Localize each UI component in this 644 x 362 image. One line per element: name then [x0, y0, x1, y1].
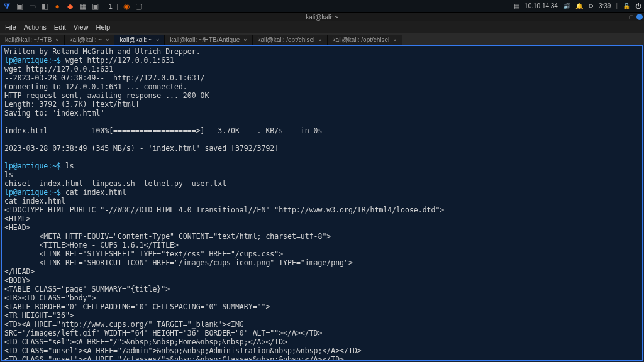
output-line: <TD CLASS="sel"><A HREF="/">&nbsp;&nbsp;… [4, 337, 287, 346]
window-titlebar: kali@kali: ~ – ▢ [0, 13, 644, 21]
output-line: <BODY> [4, 276, 31, 285]
close-button[interactable] [636, 14, 643, 20]
output-line: <LINK REL="SHORTCUT ICON" HREF="/images/… [4, 258, 353, 267]
close-icon[interactable]: × [393, 37, 396, 43]
close-icon[interactable]: × [318, 37, 321, 43]
output-line: <TR><TD CLASS="body"> [4, 293, 96, 302]
app-icon[interactable]: ▦ [78, 2, 87, 11]
output-line: Written by Roland McGrath and Ulrich Dre… [4, 47, 201, 56]
menu-file[interactable]: File [5, 23, 16, 31]
output-line: Length: 3792 (3.7K) [text/html] [4, 100, 140, 109]
divider: | [116, 3, 118, 10]
output-line: <TABLE BORDER="0" CELLPADDING="0" CELLSP… [4, 302, 270, 311]
close-icon[interactable]: × [106, 37, 109, 43]
tab-label: kali@kali: /opt/chisel [258, 36, 315, 43]
tab-label: kali@kali: ~ [119, 36, 152, 43]
shell-prompt: lp@antique:~$ [4, 188, 61, 197]
system-taskbar: ⧩ ▣ ▭ ◧ ● ◆ ▦ ▣ | 1 | ◉ ▢ ▤ 10.10.14.34 … [0, 0, 644, 13]
output-line: chisel index.html linpeas.sh telnet.py u… [4, 179, 226, 188]
burp-icon[interactable]: ◆ [65, 2, 74, 11]
terminal-tab[interactable]: kali@kali: ~/HTB× [0, 35, 65, 45]
divider: | [616, 3, 618, 9]
output-line: <!DOCTYPE HTML PUBLIC "-//W3C//DTD HTML … [4, 206, 444, 214]
output-line: <META HTTP-EQUIV="Content-Type" CONTENT=… [4, 232, 331, 241]
output-line: <HEAD> [4, 223, 31, 232]
menu-actions[interactable]: Actions [24, 23, 47, 31]
workspace-number[interactable]: 1 [109, 3, 113, 10]
divider: | [103, 3, 105, 10]
output-line: cat index.html [4, 197, 65, 206]
lock-icon[interactable]: 🔒 [623, 3, 630, 9]
shell-prompt: lp@antique:~$ [4, 56, 61, 65]
tab-label: kali@kali: ~ [70, 36, 103, 43]
command-text: wget http://127.0.0.1:631 [61, 56, 174, 65]
terminal-icon[interactable]: ▣ [15, 2, 24, 11]
ip-address: 10.10.14.34 [525, 3, 558, 9]
shell-prompt: lp@antique:~$ [4, 162, 61, 170]
terminal-tab[interactable]: kali@kali: ~/HTB/Antique× [165, 35, 252, 45]
terminal-tab[interactable]: kali@kali: /opt/chisel× [328, 35, 402, 45]
firefox-running-icon[interactable]: ◉ [122, 2, 131, 11]
output-line: 2023-03-28 07:38:49 (345 MB/s) - 'index.… [4, 144, 279, 153]
close-icon[interactable]: × [243, 37, 247, 43]
output-line: wget http://127.0.0.1:631 [4, 65, 113, 74]
output-line: <TD CLASS="unsel"><A HREF="/admin">&nbsp… [4, 346, 362, 355]
tab-label: kali@kali: ~/HTB [5, 36, 52, 43]
output-line: <LINK REL="STYLESHEET" TYPE="text/css" H… [4, 250, 283, 258]
maximize-button[interactable]: ▢ [628, 14, 635, 20]
output-line: <TR HEIGHT="36"> [4, 311, 74, 320]
tab-bar: kali@kali: ~/HTB× kali@kali: ~× kali@kal… [0, 33, 644, 45]
terminal-tab[interactable]: kali@kali: ~× [114, 35, 165, 45]
output-line: ls [4, 170, 13, 179]
terminal-tab[interactable]: kali@kali: /opt/chisel× [253, 35, 328, 45]
terminal-output[interactable]: Written by Roland McGrath and Ulrich Dre… [1, 45, 643, 361]
output-line: <TD CLASS="unsel"><A HREF="/classes/">&n… [4, 355, 344, 361]
output-line: HTTP request sent, awaiting response ...… [4, 91, 209, 100]
menu-bar: File Actions Edit View Help [0, 21, 644, 33]
close-icon[interactable]: × [156, 37, 159, 43]
tab-label: kali@kali: /opt/chisel [333, 36, 390, 43]
output-line: index.html 100%[===================>] 3.… [4, 126, 322, 135]
app-icon-2[interactable]: ▣ [91, 2, 99, 11]
power-icon[interactable]: ⏻ [635, 3, 641, 9]
window-controls: – ▢ [619, 14, 643, 20]
editor-icon[interactable]: ◧ [40, 2, 49, 11]
output-line: Connecting to 127.0.0.1:631 ... connecte… [4, 82, 187, 91]
menu-help[interactable]: Help [96, 23, 110, 31]
terminal-running-icon[interactable]: ▢ [135, 2, 143, 11]
output-line: <TABLE CLASS="page" SUMMARY="{title}"> [4, 285, 170, 293]
output-line: Saving to: 'index.html' [4, 109, 104, 118]
menu-view[interactable]: View [74, 23, 89, 31]
firefox-icon[interactable]: ● [53, 2, 62, 11]
files-icon[interactable]: ▭ [28, 2, 36, 11]
output-line: <TD><A HREF="http://www.cups.org/" TARGE… [4, 320, 244, 329]
notification-icon[interactable]: 🔔 [575, 3, 583, 9]
taskbar-right: ▤ 10.10.14.34 🔊 🔔 ⚙ 3:39 | 🔒 ⏻ [514, 3, 641, 9]
terminal-tab[interactable]: kali@kali: ~× [65, 35, 115, 45]
output-line: --2023-03-28 07:38:49-- http://127.0.0.1… [4, 74, 205, 82]
close-icon[interactable]: × [55, 37, 58, 43]
command-text: ls [61, 162, 74, 170]
output-line: </HEAD> [4, 267, 35, 276]
tab-label: kali@kali: ~/HTB/Antique [170, 36, 240, 43]
vpn-icon[interactable]: ▤ [514, 3, 519, 9]
volume-icon[interactable]: 🔊 [563, 3, 570, 9]
menu-edit[interactable]: Edit [54, 23, 66, 31]
output-line: <HTML> [4, 214, 31, 223]
minimize-button[interactable]: – [619, 14, 626, 20]
network-icon[interactable]: ⚙ [588, 3, 594, 9]
command-text: cat index.html [61, 188, 126, 197]
output-line: <TITLE>Home - CUPS 1.6.1</TITLE> [4, 241, 179, 250]
clock[interactable]: 3:39 [599, 3, 611, 9]
kali-logo-icon[interactable]: ⧩ [3, 2, 11, 11]
output-line: SRC="/images/left.gif" WIDTH="64" HEIGHT… [4, 329, 322, 337]
taskbar-left: ⧩ ▣ ▭ ◧ ● ◆ ▦ ▣ | 1 | ◉ ▢ [3, 2, 510, 11]
window-title: kali@kali: ~ [306, 14, 338, 21]
